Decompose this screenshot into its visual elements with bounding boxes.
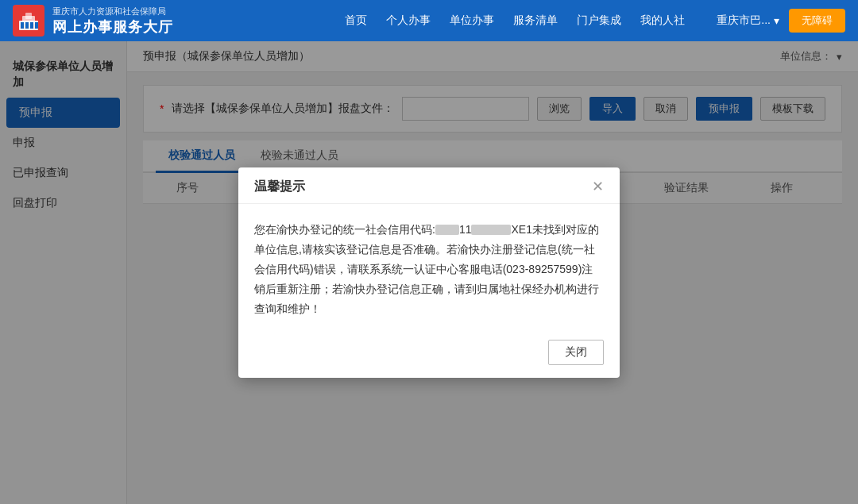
header-logo-text: 重庆市人力资源和社会保障局 网上办事服务大厅 — [52, 6, 173, 37]
header-location[interactable]: 重庆市巴... ▾ — [717, 13, 779, 28]
header-nav: 首页 个人办事 单位办事 服务清单 门户集成 我的人社 — [345, 13, 685, 28]
nav-home[interactable]: 首页 — [345, 13, 367, 28]
header-logo: 重庆市人力资源和社会保障局 网上办事服务大厅 — [13, 5, 173, 37]
modal-close-button[interactable]: 关闭 — [548, 340, 604, 365]
modal-close-icon[interactable]: ✕ — [592, 179, 604, 194]
svg-rect-3 — [21, 22, 24, 29]
chevron-down-icon: ▾ — [774, 14, 779, 27]
header-right: 重庆市巴... ▾ 无障碍 — [717, 9, 845, 33]
header-title: 网上办事服务大厅 — [52, 17, 173, 37]
modal-footer: 关闭 — [238, 332, 620, 378]
header: 重庆市人力资源和社会保障局 网上办事服务大厅 首页 个人办事 单位办事 服务清单… — [0, 0, 858, 41]
modal-header: 温馨提示 ✕ — [238, 167, 620, 204]
modal-body-text1: 您在渝快办登记的统一社会信用代码: 11 XE1未找到对应的单位信息,请核实该登… — [254, 223, 599, 316]
nav-unit[interactable]: 单位办事 — [450, 13, 494, 28]
svg-rect-5 — [30, 22, 33, 29]
header-subtitle: 重庆市人力资源和社会保障局 — [52, 6, 173, 17]
location-text: 重庆市巴... — [717, 13, 771, 28]
svg-rect-4 — [25, 22, 29, 29]
nav-my[interactable]: 我的人社 — [640, 13, 685, 28]
modal-overlay: 温馨提示 ✕ 您在渝快办登记的统一社会信用代码: 11 XE1未找到对应的单位信… — [0, 41, 858, 504]
svg-rect-2 — [25, 13, 32, 19]
modal-title: 温馨提示 — [254, 179, 305, 195]
nav-portal[interactable]: 门户集成 — [577, 13, 621, 28]
nav-service[interactable]: 服务清单 — [513, 13, 558, 28]
logo-icon — [13, 5, 44, 37]
modal-body: 您在渝快办登记的统一社会信用代码: 11 XE1未找到对应的单位信息,请核实该登… — [238, 204, 620, 333]
nav-personal[interactable]: 个人办事 — [386, 13, 431, 28]
accessibility-button[interactable]: 无障碍 — [789, 9, 845, 33]
modal-dialog: 温馨提示 ✕ 您在渝快办登记的统一社会信用代码: 11 XE1未找到对应的单位信… — [238, 167, 620, 379]
svg-rect-6 — [35, 22, 38, 29]
